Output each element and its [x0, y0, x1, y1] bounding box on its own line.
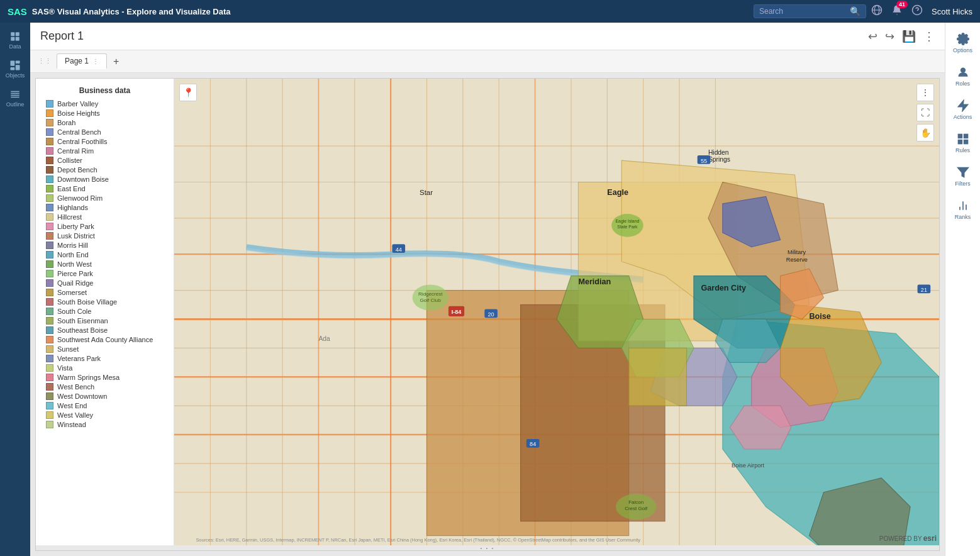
legend-item[interactable]: Winstead	[46, 421, 164, 428]
page-tab-label: Page 1	[65, 57, 89, 65]
legend-item-label: Boise Heights	[57, 109, 100, 117]
legend-item[interactable]: Central Bench	[46, 128, 164, 136]
legend-color-swatch	[46, 355, 53, 362]
legend-item-label: Central Foothills	[57, 138, 107, 145]
pan-icon[interactable]: ✋	[916, 124, 934, 142]
page-tab-1[interactable]: Page 1 ⋮	[57, 53, 107, 69]
legend-item-label: Winstead	[57, 421, 86, 428]
svg-text:Eagle: Eagle	[607, 188, 628, 197]
legend-item[interactable]: North West	[46, 260, 164, 268]
user-name[interactable]: Scott Hicks	[932, 7, 972, 16]
legend-item[interactable]: South Cole	[46, 308, 164, 315]
legend-color-swatch	[46, 100, 53, 108]
sas-globe-icon[interactable]	[871, 4, 883, 18]
svg-text:55: 55	[701, 158, 707, 164]
content-area: Business data Barber ValleyBoise Heights…	[30, 73, 945, 556]
fullscreen-icon[interactable]: ⛶	[916, 104, 934, 121]
legend-item-label: Hillcrest	[57, 213, 82, 221]
add-tab-button[interactable]: +	[109, 55, 123, 69]
sidebar-item-data[interactable]: Data	[3, 28, 28, 53]
legend-item[interactable]: Glenwood Rim	[46, 194, 164, 202]
more-options-icon[interactable]: ⋮	[923, 30, 935, 43]
legend-color-swatch	[46, 421, 53, 428]
sas-logo: SAS	[8, 6, 27, 17]
legend-item-label: West End	[57, 402, 87, 409]
legend-item[interactable]: Vista	[46, 364, 164, 372]
legend-item[interactable]: Depot Bench	[46, 166, 164, 174]
svg-text:Reserve: Reserve	[786, 257, 808, 263]
page-handle-left[interactable]: ⋮⋮	[35, 56, 54, 67]
legend-item-label: South Cole	[57, 308, 91, 315]
legend-item[interactable]: Collister	[46, 157, 164, 164]
svg-rect-102	[958, 140, 962, 144]
legend-item[interactable]: Pierce Park	[46, 270, 164, 277]
legend-item[interactable]: Southeast Boise	[46, 326, 164, 334]
search-input[interactable]	[759, 7, 847, 16]
actions-panel-button[interactable]: Actions	[948, 94, 978, 125]
legend-item[interactable]: North End	[46, 251, 164, 259]
legend-item-label: Lusk District	[57, 232, 95, 240]
legend-item[interactable]: South Eisenman	[46, 317, 164, 325]
notifications-icon[interactable]: 41	[891, 4, 903, 18]
legend-item[interactable]: Central Rim	[46, 147, 164, 155]
legend-color-swatch	[46, 383, 53, 391]
legend-item[interactable]: Morris Hill	[46, 242, 164, 249]
legend-item[interactable]: Boise Heights	[46, 109, 164, 117]
svg-text:Springs: Springs	[708, 156, 730, 163]
left-sidebar: Data Objects Outline	[0, 23, 30, 556]
legend-item[interactable]: Somerset	[46, 289, 164, 296]
legend-item[interactable]: Sunset	[46, 345, 164, 353]
legend-item[interactable]: Warm Springs Mesa	[46, 374, 164, 381]
legend-item[interactable]: Hillcrest	[46, 213, 164, 221]
svg-rect-10	[16, 61, 20, 64]
legend-item[interactable]: West Valley	[46, 411, 164, 419]
legend-item[interactable]: Central Foothills	[46, 138, 164, 145]
rules-panel-button[interactable]: Rules	[948, 128, 978, 158]
legend-item[interactable]: West Bench	[46, 383, 164, 391]
legend-item[interactable]: East End	[46, 185, 164, 192]
bottom-resize-handle[interactable]: • • •	[36, 545, 939, 550]
legend-item-label: Veterans Park	[57, 355, 101, 362]
svg-text:Meridian: Meridian	[578, 277, 611, 286]
esri-logo: esri	[923, 534, 937, 543]
legend-color-swatch	[46, 232, 53, 240]
help-icon[interactable]	[911, 4, 923, 18]
legend-item[interactable]: Highlands	[46, 204, 164, 211]
undo-icon[interactable]: ↩	[868, 30, 877, 43]
map-locator-button[interactable]: 📍	[179, 84, 197, 101]
page-tab-menu[interactable]: ⋮	[92, 58, 99, 65]
more-map-options-icon[interactable]: ⋮	[916, 84, 934, 101]
options-panel-button[interactable]: Options	[948, 28, 978, 58]
map-wrapper: Business data Barber ValleyBoise Heights…	[36, 79, 939, 545]
roles-panel-button[interactable]: Roles	[948, 61, 978, 92]
legend-item[interactable]: Downtown Boise	[46, 175, 164, 183]
legend-color-swatch	[46, 392, 53, 400]
notification-badge: 41	[896, 1, 908, 8]
legend-item-label: Southeast Boise	[57, 326, 108, 334]
svg-rect-99	[958, 135, 962, 138]
sidebar-item-outline[interactable]: Outline	[3, 86, 28, 111]
legend-item-label: Barber Valley	[57, 100, 98, 108]
legend-item-label: Highlands	[57, 204, 88, 211]
filters-panel-button[interactable]: Filters	[948, 161, 978, 192]
legend-item[interactable]: Lusk District	[46, 232, 164, 240]
svg-rect-11	[11, 67, 15, 70]
ranks-panel-button[interactable]: Ranks	[948, 194, 978, 225]
svg-rect-100	[964, 135, 967, 138]
legend-item[interactable]: Barber Valley	[46, 100, 164, 108]
legend-item[interactable]: West Downtown	[46, 392, 164, 400]
legend-item-label: Quail Ridge	[57, 279, 93, 287]
legend-item[interactable]: Quail Ridge	[46, 279, 164, 287]
legend-color-swatch	[46, 336, 53, 343]
map-area[interactable]: 📍	[174, 79, 939, 545]
save-icon[interactable]: 💾	[902, 30, 916, 43]
legend-item[interactable]: Veterans Park	[46, 355, 164, 362]
sidebar-item-objects[interactable]: Objects	[3, 57, 28, 82]
search-icon[interactable]: 🔍	[850, 6, 860, 16]
legend-item[interactable]: Southwest Ada County Alliance	[46, 336, 164, 343]
legend-item[interactable]: Borah	[46, 119, 164, 126]
redo-icon[interactable]: ↪	[885, 30, 894, 43]
legend-item[interactable]: South Boise Village	[46, 298, 164, 306]
legend-item[interactable]: West End	[46, 402, 164, 409]
legend-item[interactable]: Liberty Park	[46, 223, 164, 230]
